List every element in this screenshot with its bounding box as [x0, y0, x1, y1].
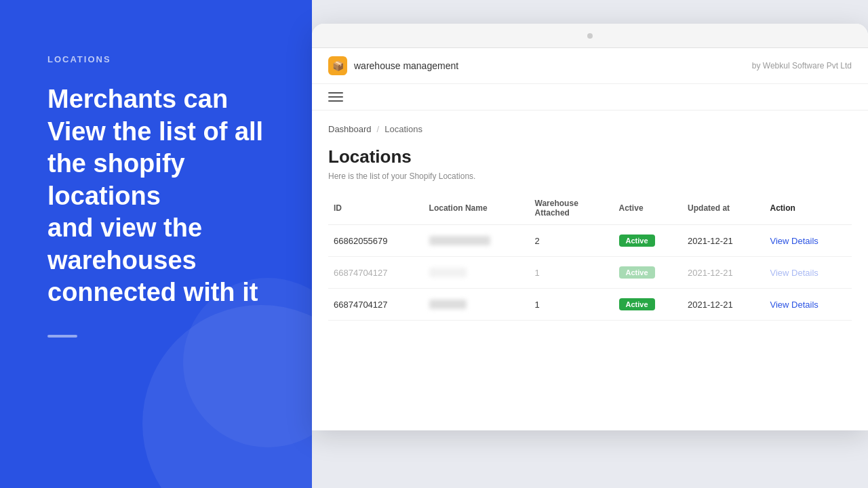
table-row: 66862055679 2 Active 2021-12-21 Vi	[328, 225, 852, 257]
row1-location-name	[424, 225, 530, 257]
table-row: 66874704127 1 Active 2021-12-21 View Det	[328, 257, 852, 289]
table-body: 66862055679 2 Active 2021-12-21 Vi	[328, 225, 852, 321]
window-dot	[587, 33, 593, 39]
table-wrapper: ID Location Name WarehouseAttached Activ…	[328, 193, 852, 321]
row2-action: View Details	[765, 257, 852, 289]
row3-updated-at: 2021-12-21	[682, 289, 764, 321]
col-updated-at: Updated at	[682, 193, 764, 225]
app-icon: 📦	[328, 56, 347, 75]
col-active: Active	[614, 193, 683, 225]
table-header: ID Location Name WarehouseAttached Activ…	[328, 193, 852, 225]
active-badge: Active	[619, 266, 655, 279]
col-location-name: Location Name	[424, 193, 530, 225]
breadcrumb-current: Locations	[384, 124, 422, 134]
app-header: 📦 warehouse management by Webkul Softwar…	[312, 48, 868, 84]
main-text: Merchants can View the list of all the s…	[47, 83, 264, 309]
app-window: 📦 warehouse management by Webkul Softwar…	[312, 24, 868, 430]
page-title: Locations	[328, 146, 852, 167]
active-badge: Active	[619, 298, 655, 310]
table-row: 66874704127 1 Active 2021-12-21 View Det	[328, 289, 852, 321]
active-badge: Active	[619, 235, 655, 247]
app-header-left: 📦 warehouse management	[328, 56, 458, 75]
right-panel: 📦 warehouse management by Webkul Softwar…	[312, 0, 868, 488]
app-nav	[312, 84, 868, 110]
locations-table: ID Location Name WarehouseAttached Activ…	[328, 193, 852, 321]
breadcrumb: Dashboard / Locations	[328, 124, 852, 134]
page-subtitle: Here is the list of your Shopify Locatio…	[328, 171, 852, 181]
app-content: Dashboard / Locations Locations Here is …	[312, 110, 868, 334]
row1-action: View Details	[765, 225, 852, 257]
breadcrumb-dashboard[interactable]: Dashboard	[328, 124, 372, 134]
row2-warehouse-attached: 1	[530, 257, 614, 289]
app-title: warehouse management	[354, 60, 458, 71]
row2-active: Active	[614, 257, 683, 289]
row1-warehouse-attached: 2	[530, 225, 614, 257]
row3-action: View Details	[765, 289, 852, 321]
col-warehouse-attached: WarehouseAttached	[530, 193, 614, 225]
hamburger-icon[interactable]	[328, 92, 343, 102]
row3-active: Active	[614, 289, 683, 321]
breadcrumb-separator: /	[377, 124, 380, 134]
row2-updated-at: 2021-12-21	[682, 257, 764, 289]
col-id: ID	[328, 193, 424, 225]
left-panel: LOCATIONS Merchants can View the list of…	[0, 0, 312, 488]
row3-location-name	[424, 289, 530, 321]
view-details-link[interactable]: View Details	[770, 300, 818, 310]
row1-active: Active	[614, 225, 683, 257]
row3-id: 66874704127	[328, 289, 424, 321]
row1-id: 66862055679	[328, 225, 424, 257]
col-action: Action	[765, 193, 852, 225]
view-details-link[interactable]: View Details	[770, 236, 818, 246]
view-details-link[interactable]: View Details	[770, 268, 818, 278]
app-by-label: by Webkul Software Pvt Ltd	[752, 61, 852, 70]
row1-updated-at: 2021-12-21	[682, 225, 764, 257]
section-label: LOCATIONS	[47, 54, 264, 64]
row2-id: 66874704127	[328, 257, 424, 289]
row2-location-name	[424, 257, 530, 289]
window-chrome	[312, 24, 868, 48]
row3-warehouse-attached: 1	[530, 289, 614, 321]
divider-line	[47, 335, 77, 338]
